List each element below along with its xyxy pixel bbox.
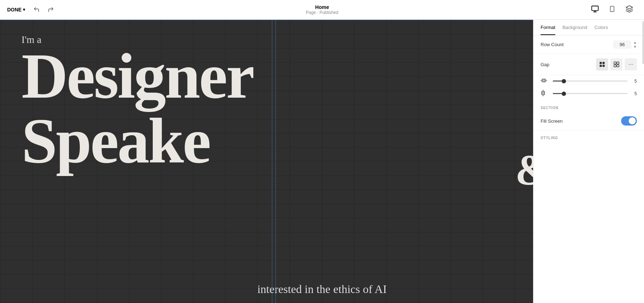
vertical-gap-icon (541, 90, 549, 97)
publish-icon (625, 5, 633, 13)
panel-body[interactable]: Row Count 96 ▲ ▼ Gap (533, 35, 644, 303)
toggle-knob (629, 117, 636, 124)
topbar-center: Home Page · Published (306, 4, 338, 15)
row-count-down[interactable]: ▼ (633, 45, 637, 49)
grid-small-icon (599, 62, 605, 67)
gap-grid-large-button[interactable] (610, 58, 623, 70)
tab-colors[interactable]: Colors (595, 20, 608, 35)
undo-icon (33, 6, 40, 13)
horizontal-gap-icon (541, 78, 549, 84)
undo-redo-group (31, 4, 57, 15)
text-designer: Designer (21, 45, 623, 107)
topbar-right (587, 3, 637, 17)
undo-button[interactable] (31, 4, 42, 15)
topbar: DONE ▾ Home Page · Published (0, 0, 644, 20)
styling-section-label: STYLING (533, 130, 644, 143)
page-subtitle: Page · Published (306, 10, 338, 15)
svg-rect-10 (617, 62, 619, 64)
redo-icon (48, 6, 54, 13)
svg-rect-9 (614, 62, 616, 64)
svg-rect-8 (602, 65, 605, 67)
settings-panel: Format Background Colors Row Count 96 ▲ … (533, 20, 644, 303)
gap-grid-small-button[interactable] (596, 58, 608, 70)
horizontal-gap-thumb (562, 79, 566, 83)
tab-background[interactable]: Background (562, 20, 587, 35)
vertical-gap-row: 5 (533, 87, 644, 100)
panel-tabs: Format Background Colors (533, 20, 644, 35)
panel-scrollbar-thumb (643, 21, 644, 64)
mobile-view-button[interactable] (605, 3, 619, 17)
vertical-gap-slider[interactable] (553, 93, 628, 94)
gap-icons: ··· (596, 58, 637, 70)
section-label: SECTION (533, 100, 644, 112)
desktop-icon (591, 5, 599, 13)
row-count-up[interactable]: ▲ (633, 41, 637, 44)
svg-rect-12 (617, 65, 619, 67)
svg-rect-0 (592, 6, 598, 10)
row-count-value[interactable]: 96 (613, 40, 631, 49)
redo-button[interactable] (45, 4, 57, 15)
svg-rect-20 (542, 91, 545, 95)
row-count-label: Row Count (541, 42, 564, 47)
fill-screen-toggle[interactable] (621, 116, 637, 126)
desktop-view-button[interactable] (587, 3, 602, 17)
fill-screen-label: Fill Screen (541, 118, 562, 124)
row-count-row: Row Count 96 ▲ ▼ (533, 35, 644, 54)
done-label: DONE (7, 7, 21, 13)
mobile-icon (609, 5, 615, 13)
panel-scrollbar[interactable] (642, 20, 644, 303)
chevron-down-icon: ▾ (23, 7, 25, 12)
svg-rect-5 (600, 62, 602, 64)
done-button[interactable]: DONE ▾ (7, 7, 25, 13)
fill-screen-row: Fill Screen (533, 112, 644, 130)
gap-row: Gap (533, 54, 644, 75)
svg-rect-11 (614, 65, 616, 67)
svg-rect-15 (542, 79, 546, 82)
gap-label: Gap (541, 62, 550, 67)
vertical-gap-value: 5 (631, 91, 637, 96)
svg-rect-6 (602, 62, 605, 64)
svg-rect-7 (600, 65, 602, 67)
tab-format[interactable]: Format (541, 20, 555, 35)
gap-more-button[interactable]: ··· (625, 58, 637, 70)
horizontal-gap-row: 5 (533, 75, 644, 87)
horizontal-gap-value: 5 (631, 79, 637, 84)
more-icon: ··· (628, 61, 633, 68)
topbar-left: DONE ▾ (7, 4, 57, 15)
vertical-gap-thumb (562, 92, 566, 96)
publish-button[interactable] (622, 3, 637, 17)
page-title: Home (306, 4, 338, 10)
grid-large-icon (614, 62, 619, 67)
horizontal-gap-slider[interactable] (553, 80, 628, 82)
